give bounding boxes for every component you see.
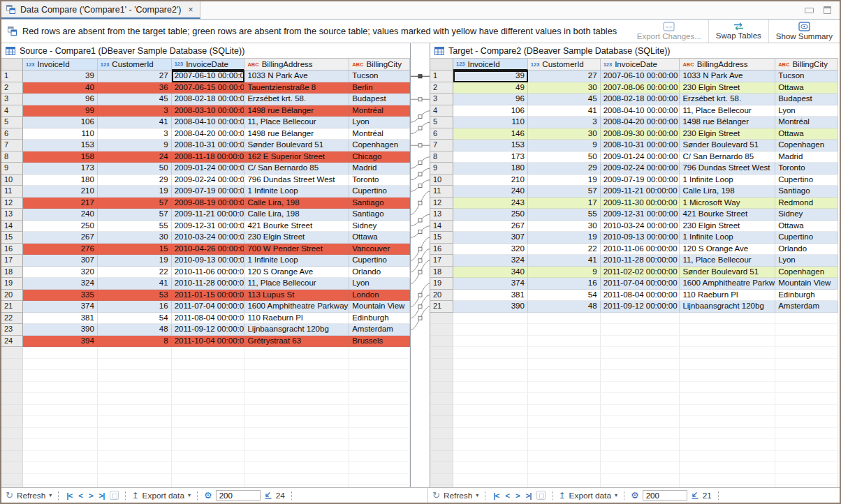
cell[interactable]: 230 Elgin Street [244, 232, 349, 244]
cell[interactable]: 153 [453, 140, 528, 151]
swap-tables-button[interactable]: Swap Tables [708, 20, 768, 43]
row-number[interactable]: 18 [1, 267, 23, 279]
cell[interactable] [680, 428, 775, 440]
cell[interactable]: 2009-08-19 00:00:00 [172, 198, 245, 209]
cell[interactable] [680, 336, 775, 348]
cell[interactable] [528, 451, 601, 463]
cell[interactable] [23, 405, 98, 417]
cell[interactable]: 29 [528, 163, 601, 175]
cell[interactable]: 1600 Amphitheatre Parkway [680, 278, 775, 290]
first-page-button[interactable]: |< [492, 491, 500, 500]
cell[interactable]: 110 Raeburn Pl [680, 290, 775, 302]
cell[interactable]: 2011-10-04 00:00:00 [172, 336, 245, 348]
cell[interactable]: 96 [23, 94, 98, 105]
cell[interactable] [601, 313, 680, 325]
row-number[interactable] [430, 462, 453, 474]
cell[interactable]: 2009-12-31 00:00:00 [601, 209, 680, 221]
cell[interactable]: 2009-07-19 00:00:00 [601, 175, 680, 186]
cell[interactable]: 250 [453, 209, 528, 221]
cell[interactable] [349, 370, 410, 382]
cell[interactable] [528, 347, 601, 359]
cell[interactable] [453, 347, 528, 359]
cell[interactable] [680, 347, 775, 359]
cell[interactable]: 2008-11-18 00:00:00 [172, 151, 245, 163]
column-header-BillingAddress[interactable]: ABCBillingAddress [680, 59, 775, 71]
cell[interactable] [98, 439, 172, 451]
row-number[interactable] [1, 428, 23, 440]
export-data-button[interactable]: Export data [142, 491, 184, 501]
cell[interactable]: 276 [23, 244, 98, 255]
cell[interactable]: 180 [23, 175, 98, 186]
cell[interactable] [680, 405, 775, 417]
cell[interactable] [680, 462, 775, 474]
row-number[interactable]: 21 [1, 301, 23, 313]
cell[interactable] [601, 405, 680, 417]
row-number[interactable] [430, 336, 453, 348]
cell[interactable]: Santiago [349, 209, 410, 221]
cell[interactable] [23, 451, 98, 463]
row-number[interactable] [430, 451, 453, 463]
row-number[interactable]: 15 [1, 232, 23, 244]
cell[interactable]: 55 [98, 221, 172, 232]
cell[interactable]: 230 Elgin Street [680, 221, 775, 232]
cell[interactable]: 2008-02-18 00:00:00 [172, 94, 245, 105]
row-number[interactable]: 6 [430, 128, 453, 140]
cell[interactable]: 173 [453, 151, 528, 163]
cell[interactable]: 2011-01-15 00:00:00 [172, 290, 245, 302]
cell[interactable]: Santiago [775, 186, 838, 198]
cell[interactable]: 96 [453, 94, 528, 105]
cell[interactable] [528, 370, 601, 382]
cell[interactable] [349, 462, 410, 474]
cell[interactable]: 2010-11-28 00:00:00 [601, 255, 680, 267]
chevron-down-icon[interactable]: ▾ [188, 492, 191, 498]
refresh-button[interactable]: Refresh [17, 491, 45, 501]
row-number[interactable] [430, 359, 453, 371]
cell[interactable]: 2010-11-06 00:00:00 [601, 244, 680, 255]
cell[interactable]: Copenhagen [775, 267, 838, 279]
cell[interactable]: C/ San Bernardo 85 [244, 163, 349, 175]
row-number[interactable]: 17 [1, 255, 23, 267]
corner-cell[interactable] [430, 59, 453, 71]
cell[interactable]: Sønder Boulevard 51 [244, 140, 349, 151]
cell[interactable]: 2008-04-10 00:00:00 [601, 105, 680, 117]
chevron-down-icon[interactable]: ▾ [476, 492, 478, 498]
row-number[interactable] [430, 428, 453, 440]
cell[interactable]: 1600 Amphitheatre Parkway [244, 301, 349, 313]
minimize-icon[interactable] [805, 8, 814, 13]
cell[interactable]: Brussels [349, 336, 410, 348]
column-header-InvoiceDate[interactable]: 123InvoiceDate [172, 59, 245, 71]
cell[interactable]: 796 Dundas Street West [680, 163, 775, 175]
cell[interactable] [680, 370, 775, 382]
cell[interactable]: 217 [23, 198, 98, 209]
cell[interactable] [244, 451, 349, 463]
row-number[interactable] [1, 393, 23, 405]
row-number[interactable]: 20 [430, 290, 453, 302]
row-number[interactable]: 10 [1, 175, 23, 186]
row-number[interactable]: 7 [430, 140, 453, 151]
cell[interactable]: Sønder Boulevard 51 [680, 267, 775, 279]
cell[interactable]: Mountain View [775, 278, 838, 290]
cell[interactable] [528, 393, 601, 405]
cell[interactable] [680, 359, 775, 371]
cell[interactable]: 2008-02-18 00:00:00 [601, 94, 680, 105]
column-header-BillingCity[interactable]: ABCBillingCity [775, 59, 838, 71]
cell[interactable]: 57 [528, 186, 601, 198]
cell[interactable] [172, 439, 245, 451]
cell[interactable]: Madrid [775, 151, 838, 163]
cell[interactable] [98, 451, 172, 463]
cell[interactable]: 2010-03-24 00:00:00 [601, 221, 680, 232]
cell[interactable]: 2011-02-02 00:00:00 [601, 267, 680, 279]
cell[interactable] [775, 462, 838, 474]
cell[interactable]: 1 Infinite Loop [244, 255, 349, 267]
cell[interactable]: 374 [23, 301, 98, 313]
cell[interactable]: 2009-02-24 00:00:00 [172, 175, 245, 186]
row-number[interactable] [1, 474, 23, 486]
cell[interactable]: 2011-09-12 00:00:00 [601, 301, 680, 313]
cell[interactable]: 146 [453, 128, 528, 140]
cell[interactable] [601, 382, 680, 394]
row-number[interactable] [430, 324, 453, 336]
cell[interactable]: 340 [453, 267, 528, 279]
next-page-button[interactable]: > [514, 491, 521, 500]
cell[interactable] [172, 428, 245, 440]
cell[interactable]: 53 [98, 290, 172, 302]
